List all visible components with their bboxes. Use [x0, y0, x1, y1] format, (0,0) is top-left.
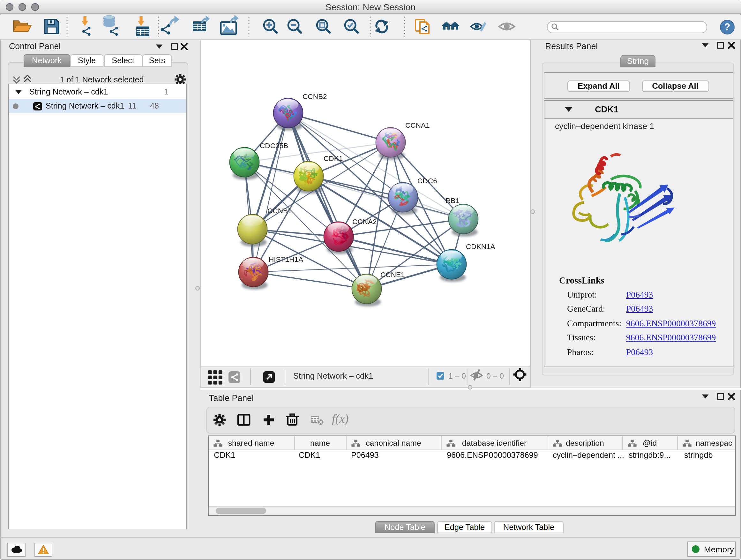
svg-text:CDKN1A: CDKN1A [466, 243, 495, 251]
svg-text:?: ? [724, 21, 731, 33]
svg-text:CDK1: CDK1 [324, 154, 343, 163]
svg-text:CDC6: CDC6 [417, 177, 437, 185]
svg-text:CCNB2: CCNB2 [302, 92, 327, 101]
svg-text:CCNE1: CCNE1 [381, 271, 405, 279]
svg-text:RB1: RB1 [446, 197, 460, 205]
svg-text:HIST1H1A: HIST1H1A [269, 255, 304, 263]
svg-text:CCNA2: CCNA2 [352, 218, 377, 226]
svg-text:CCNA1: CCNA1 [405, 121, 430, 129]
svg-text:CCNB1: CCNB1 [267, 207, 292, 215]
svg-text:CDC25B: CDC25B [260, 142, 288, 150]
